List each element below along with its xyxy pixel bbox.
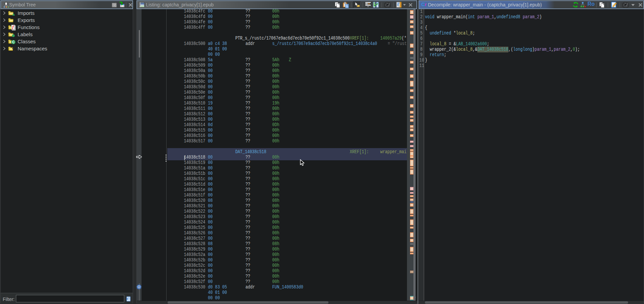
svg-text:C: C — [12, 40, 15, 44]
